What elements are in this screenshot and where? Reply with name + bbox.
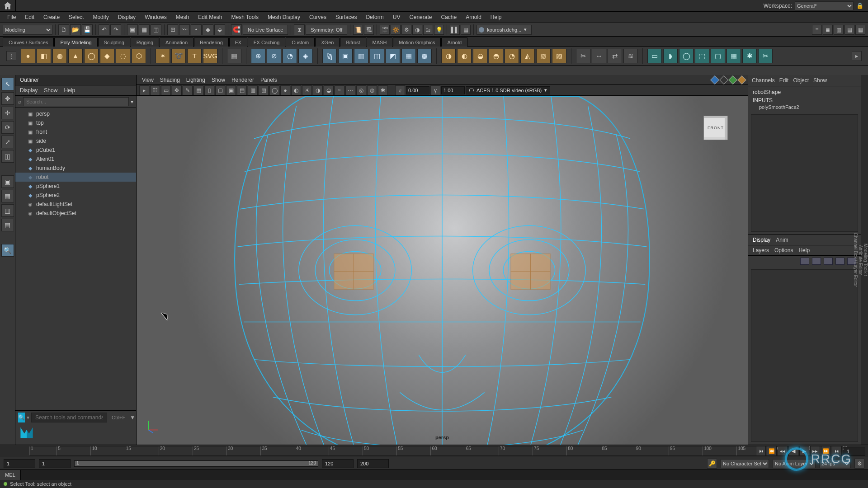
quick-search-icon[interactable]: 🔍 — [18, 413, 25, 422]
open-scene-icon[interactable]: 📂 — [70, 24, 81, 35]
snap-plane-icon[interactable]: ◆ — [203, 24, 213, 35]
remesh-icon[interactable]: ◓ — [489, 49, 503, 63]
command-input[interactable] — [21, 470, 868, 480]
rotate-tool-icon[interactable]: ⟳ — [1, 121, 14, 134]
snap-grid-icon[interactable]: ⊞ — [167, 24, 178, 35]
vt-select-camera-icon[interactable]: ▸ — [139, 85, 149, 95]
layer-new-empty-icon[interactable] — [824, 258, 833, 265]
menu-mesh-tools[interactable]: Mesh Tools — [227, 12, 263, 23]
render-settings-icon[interactable]: ⚙ — [401, 25, 411, 35]
snap-curve-icon[interactable]: 〰 — [179, 24, 190, 35]
vt-2d-pan-icon[interactable]: ✥ — [172, 85, 182, 95]
step-forward-key-icon[interactable]: ⏩ — [821, 446, 831, 456]
layer-list[interactable] — [751, 269, 858, 442]
vt-film-gate-icon[interactable]: ▯ — [204, 85, 214, 95]
select-mode-hierarchy-icon[interactable]: ▣ — [127, 24, 138, 35]
sidebar-toggle-4-icon[interactable]: ▤ — [844, 25, 854, 35]
poly-cone-icon[interactable]: ▲ — [68, 49, 83, 63]
view-swap-icon[interactable] — [728, 75, 737, 84]
menu-file[interactable]: File — [3, 12, 20, 23]
snap-point-icon[interactable]: • — [191, 24, 202, 35]
outliner-item-robot[interactable]: ◆robot — [15, 173, 136, 182]
select-mode-object-icon[interactable]: ▦ — [139, 24, 150, 35]
display-tab[interactable]: Display — [753, 237, 770, 243]
uv-auto-icon[interactable]: ⬚ — [695, 49, 709, 63]
anim-tab[interactable]: Anim — [776, 237, 788, 243]
fps-selector[interactable]: 24 fps — [819, 459, 851, 468]
menu-mesh[interactable]: Mesh — [171, 12, 193, 23]
append-icon[interactable]: ▦ — [401, 49, 416, 63]
range-track[interactable]: 1 120 — [74, 460, 318, 467]
single-view-icon[interactable]: ▣ — [1, 175, 14, 188]
tab-xgen[interactable]: XGen — [315, 38, 340, 47]
node-name[interactable]: robotShape — [753, 88, 856, 96]
mirror-icon[interactable]: ⧎ — [322, 49, 337, 63]
uv-planar-icon[interactable]: ▭ — [647, 49, 662, 63]
poly-cylinder-icon[interactable]: ◍ — [52, 49, 67, 63]
viewport-canvas[interactable]: .w { stroke:#2fc7ff; stroke-width:1.4; f… — [137, 96, 748, 445]
layers-help-menu[interactable]: Help — [798, 247, 810, 253]
view-menu-renderer[interactable]: Renderer — [231, 77, 254, 83]
anim-layer-selector[interactable]: No Anim Layer — [773, 459, 816, 468]
vt-exposure-icon[interactable]: ☼ — [395, 85, 405, 95]
autokey-icon[interactable]: 🔑 — [707, 459, 717, 469]
new-scene-icon[interactable]: 🗋 — [58, 24, 69, 35]
triangulate-icon[interactable]: ◭ — [520, 49, 535, 63]
tab-arnold[interactable]: Arnold — [441, 38, 467, 47]
tab-rendering[interactable]: Rendering — [194, 38, 229, 47]
tab-motion-graphics[interactable]: Motion Graphics — [393, 38, 441, 47]
poly-torus-icon[interactable]: ◯ — [84, 49, 99, 63]
outliner-item-defaultlightset[interactable]: ◉defaultLightSet — [15, 200, 136, 209]
uv-contour-icon[interactable]: ▦ — [726, 49, 741, 63]
vt-safe-action-icon[interactable]: ▥ — [248, 85, 258, 95]
outliner-item-persp[interactable]: ▣persp — [15, 109, 136, 118]
snap-live-icon[interactable]: ⬙ — [214, 24, 225, 35]
go-end-icon[interactable]: ⏭ — [832, 446, 842, 456]
render-frame-icon[interactable]: 🎬 — [380, 25, 390, 35]
outliner-item-pcube1[interactable]: ◆pCube1 — [15, 145, 136, 155]
scale-tool-icon[interactable]: ⤢ — [1, 136, 14, 148]
vt-resolution-gate-icon[interactable]: ▢ — [215, 85, 225, 95]
tab-fx-caching[interactable]: FX Caching — [248, 38, 285, 47]
go-start-icon[interactable]: ⏮ — [756, 446, 766, 456]
vt-smooth-shade-icon[interactable]: ● — [280, 85, 290, 95]
sidebar-toggle-2-icon[interactable]: ≣ — [823, 25, 833, 35]
light-editor-icon[interactable]: 💡 — [434, 25, 444, 35]
vt-shadows-icon[interactable]: ◑ — [313, 85, 323, 95]
construction-history-icon[interactable]: 🏗 — [364, 25, 374, 35]
channel-edit-menu[interactable]: Edit — [779, 77, 789, 84]
vt-grease-pencil-icon[interactable]: ✎ — [183, 85, 193, 95]
outliner-item-psphere1[interactable]: ◆pSphere1 — [15, 182, 136, 191]
uv-cylindrical-icon[interactable]: ◗ — [663, 49, 678, 63]
view-restore-icon[interactable] — [710, 75, 719, 84]
tab-attribute-editor[interactable]: Attribute Editor — [858, 79, 863, 441]
vt-field-chart-icon[interactable]: ▤ — [237, 85, 247, 95]
tab-sculpting[interactable]: Sculpting — [98, 38, 130, 47]
redo-icon[interactable]: ↷ — [110, 24, 121, 35]
poly-platonic-icon[interactable]: ⬡ — [132, 49, 146, 63]
view-close-icon[interactable] — [737, 75, 746, 84]
render-setup-icon[interactable]: 🗂 — [423, 25, 433, 35]
insert-edge-loop-icon[interactable]: ≋ — [623, 49, 638, 63]
playback-end-field[interactable] — [322, 459, 354, 468]
symmetry-icon[interactable]: ⧗ — [294, 24, 305, 35]
home-icon[interactable] — [4, 2, 12, 10]
smooth-icon[interactable]: ◔ — [283, 49, 297, 63]
content-browser-icon[interactable]: ▦ — [227, 49, 241, 63]
poly-helix-icon[interactable]: ➰ — [171, 49, 186, 63]
toggle-panel-icon[interactable]: ▤ — [461, 25, 471, 35]
target-weld-icon[interactable]: ↔ — [592, 49, 606, 63]
outliner-menu-show[interactable]: Show — [44, 87, 57, 94]
menu-display[interactable]: Display — [113, 12, 140, 23]
vt-safe-title-icon[interactable]: ▧ — [259, 85, 269, 95]
hypershade-icon[interactable]: ◑ — [412, 25, 422, 35]
tab-poly-modeling[interactable]: Poly Modeling — [54, 38, 97, 47]
vt-antialias-icon[interactable]: ⋯ — [345, 85, 355, 95]
combine-icon[interactable]: ⊕ — [251, 49, 265, 63]
view-maximize-icon[interactable] — [719, 75, 728, 84]
vt-use-lights-icon[interactable]: ☀ — [302, 85, 312, 95]
vt-bookmarks-icon[interactable]: ☷ — [150, 85, 160, 95]
step-forward-icon[interactable]: ▸▸ — [810, 446, 820, 456]
playblast-icon[interactable]: ▌▌ — [450, 25, 460, 35]
vt-xray-icon[interactable]: ◍ — [367, 85, 377, 95]
